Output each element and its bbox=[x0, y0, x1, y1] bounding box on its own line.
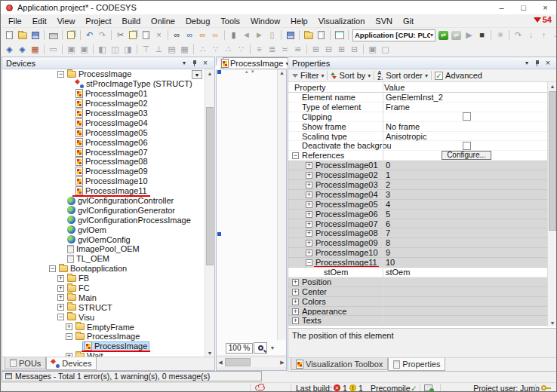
property-row-element-name[interactable]: Element nameGenElemInst_2 bbox=[288, 93, 547, 103]
panel-menu-icon[interactable]: ▾ bbox=[522, 60, 532, 66]
property-value[interactable] bbox=[384, 307, 547, 316]
scroll-up-icon[interactable]: ▲ bbox=[205, 69, 214, 77]
tree-item-processimage08[interactable]: ProcessImage08 bbox=[2, 157, 205, 167]
toggle-bookmark-button[interactable]: ▮ bbox=[227, 29, 240, 41]
property-value[interactable]: Anisotropic bbox=[384, 132, 547, 141]
selection-handle[interactable] bbox=[217, 232, 221, 236]
expand-icon[interactable]: + bbox=[306, 191, 312, 198]
property-row-type-of-element[interactable]: Type of elementFrame bbox=[288, 103, 547, 112]
tab-visualization-toolbox[interactable]: Visualization Toolbox bbox=[291, 358, 388, 370]
editor-hscrollbar[interactable]: ◀ ▶ bbox=[217, 357, 286, 367]
scroll-down-icon[interactable]: ▼ bbox=[205, 349, 214, 357]
menu-debug[interactable]: Debug bbox=[180, 15, 215, 27]
sort-order-button[interactable]: AZ↓ Sort order▾ bbox=[377, 70, 428, 81]
bring-forward-button[interactable]: ⊟ bbox=[322, 44, 335, 56]
tree-item-stprocimagetype-struct-[interactable]: stProcImageType (STRUCT) bbox=[2, 79, 205, 89]
zoom-region-button[interactable]: ◈ bbox=[16, 44, 29, 56]
column-value[interactable]: Value bbox=[383, 83, 405, 92]
property-value[interactable] bbox=[384, 112, 547, 121]
step-out-button[interactable]: ↑ bbox=[537, 29, 550, 41]
tree-item-imagepool-oem[interactable]: ImagePool_OEM bbox=[2, 244, 205, 254]
close-icon[interactable]: × bbox=[200, 59, 211, 67]
send-to-back-button[interactable]: ⊟ bbox=[348, 44, 361, 56]
scroll-right-icon[interactable]: ▶ bbox=[278, 357, 286, 367]
menu-visualization[interactable]: Visualization bbox=[313, 15, 371, 27]
expand-icon[interactable]: + bbox=[292, 308, 299, 315]
make-same-width-button[interactable]: ≍ bbox=[278, 44, 291, 56]
menu-git[interactable]: Git bbox=[398, 15, 419, 27]
property-row-processimage05[interactable]: +ProcessImage054 bbox=[288, 200, 547, 210]
key-icon[interactable] bbox=[541, 383, 551, 392]
property-value[interactable]: No frame bbox=[384, 122, 547, 131]
menu-view[interactable]: View bbox=[52, 15, 81, 27]
property-row-processimage09[interactable]: +ProcessImage098 bbox=[288, 238, 547, 248]
property-row-center[interactable]: +Center bbox=[288, 287, 547, 297]
next-bookmark-button[interactable]: ► bbox=[253, 29, 266, 41]
expand-icon[interactable]: + bbox=[66, 323, 72, 330]
run-to-cursor-button[interactable]: → bbox=[550, 29, 557, 41]
tree-item-gvloemconfig[interactable]: gvlOemConfig bbox=[2, 234, 205, 244]
start-button[interactable]: ▶ bbox=[463, 29, 475, 41]
spacing-remove-button[interactable]: ∵ bbox=[235, 44, 248, 56]
tree-item-fc[interactable]: +FC bbox=[2, 283, 205, 293]
replace-in-project-button[interactable]: ∞ bbox=[209, 29, 222, 41]
property-value[interactable]: 1 bbox=[384, 170, 547, 179]
clear-bookmarks-button[interactable]: ▯ bbox=[266, 29, 278, 41]
property-row-deactivate-the-background-[interactable]: Deactivate the background ... bbox=[288, 141, 547, 151]
scale-button[interactable]: ▦ bbox=[178, 44, 191, 56]
expand-icon[interactable]: + bbox=[306, 240, 312, 247]
spacing-horizontal-button[interactable]: ∴ bbox=[196, 44, 209, 56]
scroll-down-icon[interactable]: ▼ bbox=[548, 319, 557, 326]
find-in-project-button[interactable]: ∞ bbox=[196, 29, 209, 41]
property-value[interactable] bbox=[384, 141, 547, 150]
property-value[interactable] bbox=[384, 297, 547, 306]
messages-bar[interactable]: Messages - Total 1 error(s), 1 warning(s… bbox=[2, 371, 262, 381]
logout-button[interactable]: ⇄ bbox=[450, 29, 463, 41]
save-post-state-button[interactable]: ▣ bbox=[78, 44, 91, 56]
distribute-horizontal-button[interactable]: ≡ bbox=[253, 44, 266, 56]
tree-item-wait[interactable]: +Wait bbox=[2, 351, 205, 357]
tab-pous[interactable]: POUs bbox=[5, 357, 46, 369]
align-middle-button[interactable]: ⊥ bbox=[152, 44, 165, 56]
property-row-processimage03[interactable]: +ProcessImage032 bbox=[288, 180, 547, 190]
tree-item-visu[interactable]: −Visu bbox=[2, 312, 205, 322]
new-object-button[interactable] bbox=[315, 29, 328, 41]
tree-item-fb[interactable]: +FB bbox=[2, 274, 205, 283]
menu-build[interactable]: Build bbox=[117, 15, 146, 27]
property-row-processimage07[interactable]: +ProcessImage076 bbox=[288, 219, 547, 229]
tree-item-processimage11[interactable]: ProcessImage11 bbox=[2, 186, 205, 196]
property-row-references[interactable]: −ReferencesConfigure... bbox=[288, 151, 547, 161]
sort-by-button[interactable]: Sort by▾ bbox=[331, 71, 371, 80]
pin-icon[interactable] bbox=[532, 60, 543, 67]
property-value[interactable]: 3 bbox=[384, 190, 547, 199]
login-button[interactable]: ⇄ bbox=[437, 29, 450, 41]
expand-icon[interactable]: + bbox=[57, 294, 64, 301]
zoom-level-input[interactable]: 100 % bbox=[226, 343, 253, 354]
close-button[interactable]: × bbox=[534, 1, 556, 14]
expand-icon[interactable]: + bbox=[306, 250, 312, 256]
delete-button[interactable]: × bbox=[152, 29, 165, 41]
property-value[interactable]: Configure... bbox=[384, 151, 547, 160]
property-value[interactable]: 5 bbox=[384, 210, 547, 219]
property-value[interactable] bbox=[384, 277, 547, 286]
distribute-vertical-button[interactable]: ≣ bbox=[266, 44, 278, 56]
menu-window[interactable]: Window bbox=[245, 15, 285, 27]
collapse-icon[interactable]: − bbox=[292, 152, 299, 159]
save-pre-state-button[interactable]: ▣ bbox=[65, 44, 78, 56]
tab-processimage-editor[interactable]: ProcessImage ▼ bbox=[223, 57, 292, 69]
property-value[interactable] bbox=[384, 316, 547, 325]
scrollbar-thumb[interactable] bbox=[225, 358, 251, 366]
tree-item-processimage03[interactable]: ProcessImage03 bbox=[2, 109, 205, 118]
tree-item-gvloem[interactable]: gvlOem bbox=[2, 225, 205, 234]
new-project-button[interactable] bbox=[3, 29, 16, 41]
expand-icon[interactable]: + bbox=[292, 279, 299, 286]
incremental-find-button[interactable]: ∞ bbox=[183, 29, 196, 41]
scroll-down-icon[interactable]: ▼ bbox=[268, 343, 277, 354]
editor-vscrollbar[interactable]: ▲ bbox=[277, 69, 286, 340]
cloud-icon[interactable] bbox=[255, 383, 265, 392]
collapse-icon[interactable]: − bbox=[66, 333, 72, 340]
spacing-decrease-button[interactable]: ∴ bbox=[222, 44, 235, 56]
zoom-tool-button[interactable] bbox=[254, 342, 267, 354]
notification-badge[interactable]: 54 bbox=[534, 15, 552, 24]
copy-project-button[interactable] bbox=[65, 29, 78, 41]
